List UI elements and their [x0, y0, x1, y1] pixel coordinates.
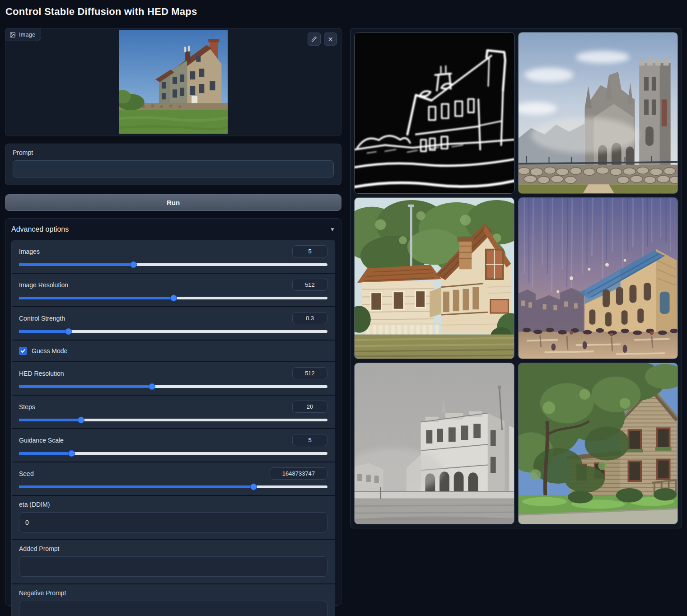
output-gallery	[350, 28, 682, 528]
control-strength-value-input[interactable]	[292, 312, 327, 324]
guidance-scale-value-input[interactable]	[292, 434, 327, 446]
images-value-input[interactable]	[292, 245, 327, 257]
seed-slider[interactable]	[19, 485, 327, 488]
negative-prompt-row: Negative Prompt	[12, 583, 335, 616]
chevron-down-icon: ▼	[330, 226, 335, 233]
steps-slider[interactable]	[19, 419, 327, 421]
hed-resolution-value-input[interactable]	[292, 367, 327, 379]
gallery-item-black-white-building[interactable]	[354, 363, 514, 524]
image-resolution-slider-row: Image Resolution	[12, 273, 335, 306]
control-strength-label: Control Strength	[19, 315, 65, 322]
image-input-label-chip: Image	[5, 28, 41, 41]
eta-input[interactable]	[19, 512, 327, 532]
edit-image-button[interactable]	[308, 33, 321, 46]
slider-handle[interactable]	[170, 295, 177, 302]
seed-value-input[interactable]	[270, 467, 327, 480]
page-title: Control Stable Diffusion with HED Maps	[5, 6, 197, 18]
image-resolution-label: Image Resolution	[19, 281, 68, 289]
slider-handle[interactable]	[130, 261, 137, 268]
images-slider-row: Images	[12, 240, 335, 273]
control-strength-slider-row: Control Strength	[12, 306, 335, 340]
image-resolution-value-input[interactable]	[292, 279, 327, 291]
added-prompt-label: Added Prompt	[19, 545, 327, 552]
added-prompt-input[interactable]	[19, 556, 327, 577]
guidance-scale-slider[interactable]	[19, 452, 327, 455]
slider-handle[interactable]	[65, 328, 72, 335]
images-label: Images	[19, 248, 40, 255]
seed-slider-row: Seed	[12, 462, 335, 495]
advanced-options-form: Images Image Resolution Control Strength	[11, 240, 335, 616]
advanced-options-accordion: Advanced options ▼ Images Image Resoluti…	[5, 218, 341, 606]
added-prompt-row: Added Prompt	[12, 539, 335, 583]
hed-resolution-label: HED Resolution	[19, 370, 64, 377]
gallery-item-victorian-house-painting[interactable]	[354, 197, 514, 359]
steps-slider-row: Steps	[12, 395, 335, 428]
image-input-panel[interactable]: Image ✕	[5, 28, 341, 135]
seed-label: Seed	[19, 470, 34, 477]
hed-resolution-slider-row: HED Resolution	[12, 361, 335, 395]
steps-label: Steps	[19, 403, 35, 411]
gallery-item-hed-edge-map[interactable]	[354, 32, 514, 194]
eta-row: eta (DDIM)	[12, 495, 335, 539]
pencil-icon	[311, 36, 317, 42]
close-icon: ✕	[328, 36, 333, 43]
slider-handle[interactable]	[250, 484, 257, 490]
image-icon	[9, 32, 16, 38]
app-window: Control Stable Diffusion with HED Maps I…	[0, 0, 687, 616]
uploaded-house-photo[interactable]	[119, 30, 228, 134]
images-slider[interactable]	[19, 263, 327, 266]
negative-prompt-label: Negative Prompt	[19, 589, 327, 597]
guess-mode-label: Guess Mode	[32, 347, 67, 355]
image-input-label: Image	[19, 31, 35, 38]
advanced-options-title: Advanced options	[11, 225, 69, 233]
slider-handle[interactable]	[78, 417, 84, 424]
checkbox-checked-icon	[19, 347, 27, 355]
eta-label: eta (DDIM)	[19, 501, 327, 508]
slider-handle[interactable]	[68, 450, 75, 457]
steps-value-input[interactable]	[292, 401, 327, 413]
clear-image-button[interactable]: ✕	[324, 33, 337, 46]
guidance-scale-label: Guidance Scale	[19, 437, 64, 444]
guidance-scale-slider-row: Guidance Scale	[12, 428, 335, 462]
gallery-item-stone-cathedral[interactable]	[518, 32, 678, 194]
slider-handle[interactable]	[149, 383, 155, 390]
hed-resolution-slider[interactable]	[19, 385, 327, 388]
negative-prompt-input[interactable]	[19, 601, 327, 616]
gallery-item-wooden-house-with-trees[interactable]	[518, 363, 678, 524]
control-strength-slider[interactable]	[19, 330, 327, 333]
run-button[interactable]: Run	[5, 194, 341, 211]
advanced-options-header[interactable]: Advanced options ▼	[11, 219, 335, 240]
prompt-label: Prompt	[13, 149, 334, 156]
image-resolution-slider[interactable]	[19, 297, 327, 299]
prompt-panel: Prompt	[5, 144, 341, 185]
guess-mode-checkbox[interactable]: Guess Mode	[12, 340, 335, 361]
gallery-item-impressionist-building[interactable]	[518, 197, 678, 359]
prompt-input[interactable]	[13, 160, 334, 177]
